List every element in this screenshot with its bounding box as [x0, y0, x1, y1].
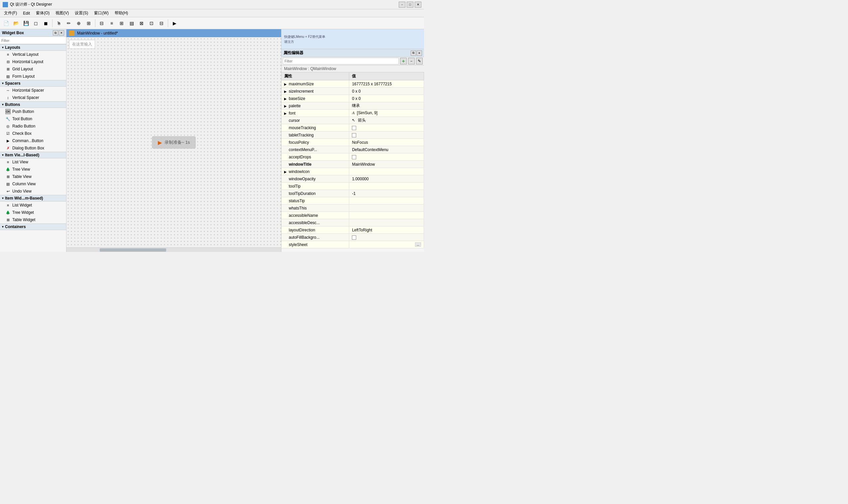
widget-horizontal-layout[interactable]: ⊟ Horizontal Layout: [0, 58, 66, 66]
prop-name-15[interactable]: toolTipDuration: [281, 190, 349, 197]
prop-value-0[interactable]: 16777215 x 16777215: [349, 80, 424, 88]
widget-box-close-btn[interactable]: ✕: [59, 30, 64, 36]
prop-value-20[interactable]: LeftToRight: [349, 227, 424, 234]
prop-value-18[interactable]: [349, 212, 424, 219]
menu-help[interactable]: 帮助(H): [112, 10, 131, 17]
widget-undo-view[interactable]: ↩ Undo View: [0, 187, 66, 195]
new-button[interactable]: 📄: [1, 19, 11, 28]
menu-windows[interactable]: 窗口(W): [91, 10, 111, 17]
prop-name-5[interactable]: cursor: [281, 117, 349, 124]
widget-v-spacer[interactable]: ↕ Vertical Spacer: [0, 94, 66, 101]
prop-name-14[interactable]: toolTip: [281, 183, 349, 190]
prop-value-15[interactable]: -1: [349, 190, 424, 197]
prop-name-3[interactable]: ▶palette: [281, 102, 349, 110]
prop-name-0[interactable]: ▶maximumSize: [281, 80, 349, 88]
prop-value-1[interactable]: 0 x 0: [349, 88, 424, 95]
widget-form-layout[interactable]: ▤ Form Layout: [0, 73, 66, 80]
prop-value-16[interactable]: [349, 197, 424, 204]
minimize-button[interactable]: －: [399, 2, 405, 7]
toolbar-mode2[interactable]: ✏: [64, 19, 73, 28]
prop-value-12[interactable]: [349, 168, 424, 175]
widget-table-widget[interactable]: ⊞ Table Widget: [0, 216, 66, 223]
section-containers[interactable]: ▾ Containers: [0, 223, 66, 230]
prop-name-4[interactable]: ▶font: [281, 110, 349, 117]
layout-g[interactable]: ⊞: [117, 19, 126, 28]
prop-float-btn[interactable]: ⧉: [411, 51, 416, 56]
canvas-scrollbar-h[interactable]: [67, 247, 281, 252]
widget-column-view[interactable]: ▤ Column View: [0, 180, 66, 187]
prop-value-2[interactable]: 0 x 0: [349, 95, 424, 102]
save-button[interactable]: 💾: [21, 19, 31, 28]
widget-table-view[interactable]: ⊞ Table View: [0, 173, 66, 180]
toolbar-btn4[interactable]: ◻: [31, 19, 40, 28]
prop-close-btn[interactable]: ✕: [417, 51, 422, 56]
prop-value-5[interactable]: ↖ 箭头: [349, 117, 424, 124]
close-button[interactable]: ✕: [415, 2, 421, 7]
widget-vertical-layout[interactable]: ≡ Vertical Layout: [0, 51, 66, 58]
toolbar-mode4[interactable]: ⊞: [84, 19, 93, 28]
section-layouts[interactable]: ▾ Layouts: [0, 44, 66, 51]
prop-add-btn[interactable]: ＋: [400, 58, 407, 65]
prop-name-7[interactable]: tabletTracking: [281, 131, 349, 139]
layout-v[interactable]: ≡: [107, 19, 116, 28]
canvas-body[interactable]: 在这里输入 ▶ 录制准备~ 1s: [67, 37, 281, 247]
toolbar-mode1[interactable]: 🖱: [54, 19, 64, 28]
canvas-dots[interactable]: 在这里输入 ▶ 录制准备~ 1s: [67, 37, 281, 247]
layout-h[interactable]: ⊟: [97, 19, 106, 28]
section-item-views[interactable]: ▾ Item Vie...l-Based): [0, 152, 66, 158]
menu-edit[interactable]: Edit: [20, 10, 33, 16]
prop-value-7[interactable]: [349, 131, 424, 139]
prop-value-22[interactable]: ...: [349, 241, 424, 248]
toolbar-preview[interactable]: ▶: [170, 19, 179, 28]
layout-break[interactable]: ⊠: [137, 19, 146, 28]
prop-value-9[interactable]: DefaultContextMenu: [349, 146, 424, 154]
widget-radio-button[interactable]: ◎ Radio Button: [0, 123, 66, 130]
prop-value-11[interactable]: MainWindow: [349, 161, 424, 168]
maximize-button[interactable]: □: [407, 2, 413, 7]
widget-check-box[interactable]: ☑ Check Box: [0, 130, 66, 137]
prop-value-19[interactable]: [349, 219, 424, 227]
prop-more-btn[interactable]: ✎: [416, 58, 423, 65]
widget-push-button[interactable]: OK Push Button: [0, 108, 66, 115]
prop-name-20[interactable]: layoutDirection: [281, 227, 349, 234]
widget-box-float-btn[interactable]: ⧉: [53, 30, 58, 36]
prop-name-11[interactable]: windowTitle: [281, 161, 349, 168]
prop-name-2[interactable]: ▶baseSize: [281, 95, 349, 102]
prop-name-16[interactable]: statusTip: [281, 197, 349, 204]
prop-name-19[interactable]: accessibleDesc...: [281, 219, 349, 227]
menu-view[interactable]: 视图(V): [53, 10, 71, 17]
widget-tree-widget[interactable]: 🌲 Tree Widget: [0, 209, 66, 216]
prop-name-18[interactable]: accessibleName: [281, 212, 349, 219]
canvas-input-area[interactable]: 在这里输入: [69, 40, 95, 49]
layout-more[interactable]: ⊟: [157, 19, 166, 28]
prop-value-21[interactable]: [349, 234, 424, 241]
toolbar-btn5[interactable]: ◼: [41, 19, 51, 28]
toolbar-mode3[interactable]: ⊕: [74, 19, 83, 28]
prop-value-14[interactable]: [349, 183, 424, 190]
open-button[interactable]: 📂: [11, 19, 21, 28]
widget-list-widget[interactable]: ≡ List Widget: [0, 201, 66, 209]
prop-value-6[interactable]: [349, 124, 424, 131]
prop-name-1[interactable]: ▶sizeIncrement: [281, 88, 349, 95]
prop-name-13[interactable]: windowOpacity: [281, 175, 349, 183]
layout-f[interactable]: ▤: [127, 19, 136, 28]
section-spacers[interactable]: ▾ Spacers: [0, 80, 66, 87]
widget-grid-layout[interactable]: ⊞ Grid Layout: [0, 66, 66, 73]
prop-name-17[interactable]: whatsThis: [281, 204, 349, 212]
menu-settings[interactable]: 设置(S): [72, 10, 91, 17]
prop-filter-input[interactable]: [283, 58, 399, 65]
prop-name-8[interactable]: focusPolicy: [281, 139, 349, 146]
prop-name-6[interactable]: mouseTracking: [281, 124, 349, 131]
widget-dialog-button-box[interactable]: ✗ Dialog Button Box: [0, 144, 66, 152]
widget-command-button[interactable]: ▶ Comman...Button: [0, 137, 66, 144]
section-item-widgets[interactable]: ▾ Item Wid...m-Based): [0, 195, 66, 201]
menu-window[interactable]: 窗体(O): [33, 10, 52, 17]
section-buttons[interactable]: ▾ Buttons: [0, 101, 66, 108]
prop-value-10[interactable]: [349, 154, 424, 161]
prop-value-4[interactable]: A [SimSun, 9]: [349, 110, 424, 117]
prop-name-12[interactable]: ▶windowIcon: [281, 168, 349, 175]
widget-filter-input[interactable]: [0, 37, 66, 44]
widget-tool-button[interactable]: 🔧 Tool Button: [0, 115, 66, 123]
prop-name-22[interactable]: styleSheet: [281, 241, 349, 248]
prop-name-9[interactable]: contextMenuP...: [281, 146, 349, 154]
